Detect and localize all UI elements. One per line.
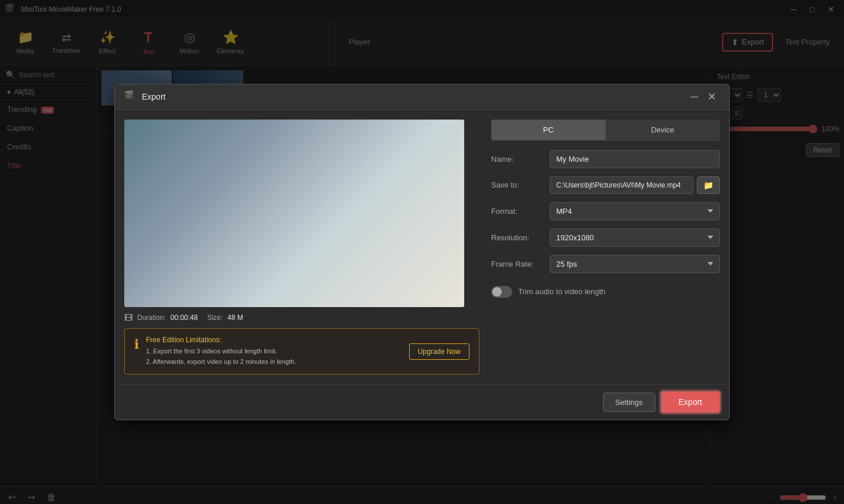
warning-line1: 1. Export the first 3 videos without len… — [146, 346, 402, 357]
dialog-logo-icon: 🎬 — [124, 90, 137, 103]
warning-content: Free Edition Limitations: 1. Export the … — [146, 336, 402, 367]
resolution-select[interactable]: 1920x1080 1280x720 854x480 640x360 — [550, 229, 720, 247]
tab-row: PC Device — [491, 120, 720, 141]
dialog-settings-section: PC Device Name: Save to: 📁 — [491, 120, 720, 374]
export-button[interactable]: Export — [661, 391, 720, 413]
upgrade-now-button[interactable]: Upgrade Now — [409, 343, 469, 360]
dialog-header: 🎬 Export ─ ✕ — [115, 84, 729, 110]
film-icon: 🎞 — [124, 313, 132, 322]
frame-rate-row: Frame Rate: 25 fps 30 fps 60 fps 24 fps — [491, 255, 720, 273]
resolution-row: Resolution: 1920x1080 1280x720 854x480 6… — [491, 229, 720, 247]
name-label: Name: — [491, 155, 550, 164]
trim-audio-toggle[interactable] — [491, 286, 512, 298]
save-to-input[interactable] — [550, 176, 693, 194]
name-input[interactable] — [550, 150, 720, 168]
settings-button[interactable]: Settings — [603, 393, 655, 412]
save-to-label: Save to: — [491, 181, 550, 189]
dialog-minimize-button[interactable]: ─ — [687, 90, 702, 104]
warning-box: ℹ Free Edition Limitations: 1. Export th… — [124, 328, 479, 374]
save-to-path-row: 📁 — [550, 176, 720, 194]
export-dialog: 🎬 Export ─ ✕ 🎞 Duration: 00:00:48 Size: … — [114, 84, 730, 420]
toggle-knob — [492, 287, 502, 297]
dialog-title: Export — [142, 92, 687, 101]
tab-device[interactable]: Device — [605, 120, 720, 140]
frame-rate-select[interactable]: 25 fps 30 fps 60 fps 24 fps — [550, 255, 720, 273]
dialog-body: 🎞 Duration: 00:00:48 Size: 48 M ℹ Free E… — [115, 110, 729, 384]
warning-icon: ℹ — [134, 337, 139, 352]
size-value: 48 M — [227, 314, 243, 322]
format-row: Format: MP4 AVI MOV MKV WMV — [491, 202, 720, 220]
format-label: Format: — [491, 207, 550, 216]
format-select[interactable]: MP4 AVI MOV MKV WMV — [550, 202, 720, 220]
duration-label: Duration: — [137, 314, 166, 322]
warning-line2: 2. Afterwards, export video up to 2 minu… — [146, 357, 402, 367]
trim-audio-label: Trim audio to video length — [518, 287, 605, 296]
save-to-row: Save to: 📁 — [491, 176, 720, 194]
duration-value: 00:00:48 — [171, 314, 198, 322]
size-label: Size: — [207, 314, 223, 322]
dialog-close-button[interactable]: ✕ — [704, 89, 720, 104]
folder-browse-button[interactable]: 📁 — [697, 176, 720, 194]
trim-audio-row: Trim audio to video length — [491, 286, 720, 298]
preview-info: 🎞 Duration: 00:00:48 Size: 48 M — [124, 313, 479, 322]
dialog-preview-section: 🎞 Duration: 00:00:48 Size: 48 M ℹ Free E… — [124, 120, 479, 374]
tab-pc[interactable]: PC — [491, 120, 605, 140]
dialog-footer: Settings Export — [115, 384, 729, 420]
warning-title: Free Edition Limitations: — [146, 336, 402, 344]
frame-rate-label: Frame Rate: — [491, 260, 550, 268]
preview-video-area — [124, 120, 464, 307]
dialog-overlay: 🎬 Export ─ ✕ 🎞 Duration: 00:00:48 Size: … — [0, 0, 844, 504]
resolution-label: Resolution: — [491, 233, 550, 242]
name-row: Name: — [491, 150, 720, 168]
